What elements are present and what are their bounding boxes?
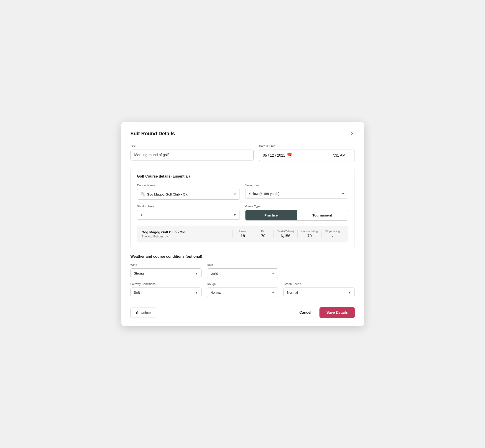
time-value: 7:31 AM [332, 153, 345, 158]
practice-button[interactable]: Practice [245, 210, 297, 220]
chevron-down-icon: ▼ [271, 272, 275, 275]
fairway-dropdown[interactable]: Soft ▼ [130, 288, 202, 297]
par-value: 70 [261, 234, 266, 238]
select-tee-dropdown[interactable]: Yellow (6,156 yards) ▼ [245, 189, 348, 199]
rain-label: Rain [207, 263, 278, 267]
game-type-label: Game Type [245, 205, 348, 208]
wind-label: Wind [130, 263, 202, 267]
course-name-group: Course Name 🔍 Gog Magog Golf Club - Old … [137, 184, 240, 200]
course-info-name-text: Gog Magog Golf Club - Old, [142, 230, 233, 234]
par-stat: Par 70 [253, 230, 274, 238]
rain-group: Rain Light ▼ [207, 263, 278, 278]
trash-icon: 🗑 [136, 311, 139, 315]
rough-label: Rough [207, 282, 278, 286]
rough-dropdown[interactable]: Normal ▼ [207, 288, 278, 297]
search-icon: 🔍 [140, 192, 145, 196]
fairway-rough-green-row: Fairway Conditions Soft ▼ Rough Normal ▼… [130, 282, 355, 297]
course-tee-row: Course Name 🔍 Gog Magog Golf Club - Old … [137, 184, 348, 200]
starting-hole-label: Starting Hole [137, 205, 240, 208]
wind-value: Strong [134, 271, 193, 275]
date-input[interactable]: 05 / 12 / 2021 📅 [259, 150, 323, 161]
top-row: Title Date & Time 05 / 12 / 2021 📅 7:31 … [130, 144, 355, 161]
holes-value: 18 [241, 234, 245, 238]
weather-section: Weather and course conditions (optional)… [130, 255, 355, 297]
chevron-down-icon: ▼ [341, 192, 345, 196]
calendar-icon: 📅 [287, 153, 292, 158]
title-label: Title [130, 144, 254, 148]
wind-rain-row: Wind Strong ▼ Rain Light ▼ [130, 263, 355, 278]
course-rating-value: 70 [307, 234, 312, 238]
datetime-field-group: Date & Time 05 / 12 / 2021 📅 7:31 AM [259, 144, 355, 161]
yards-stat: Yards(Yellow) 6,156 [274, 230, 298, 238]
datetime-row: 05 / 12 / 2021 📅 7:31 AM [259, 150, 355, 161]
chevron-down-icon: ▼ [195, 291, 198, 294]
time-input[interactable]: 7:31 AM [323, 150, 355, 161]
starting-hole-dropdown[interactable]: 1 ▼ [137, 210, 240, 220]
modal-title: Edit Round Details [130, 131, 175, 136]
hole-gametype-row: Starting Hole 1 ▼ Game Type Practice Tou… [137, 205, 348, 221]
tournament-button[interactable]: Tournament [297, 210, 348, 220]
chevron-down-icon: ▼ [195, 272, 198, 275]
golf-course-section: Golf Course details (Essential) Course N… [130, 168, 355, 248]
course-name-label: Course Name [137, 184, 240, 187]
course-info-name: Gog Magog Golf Club - Old, Shelford Bott… [142, 230, 233, 238]
chevron-down-icon: ▼ [271, 291, 275, 294]
fairway-value: Soft [134, 290, 193, 294]
chevron-down-icon: ▼ [348, 291, 351, 294]
game-type-group: Game Type Practice Tournament [245, 205, 348, 221]
slope-rating-label: Slope rating [325, 230, 340, 233]
slope-rating-value: - [332, 234, 333, 238]
course-rating-label: Course rating [301, 230, 318, 233]
course-info-location: Shelford Bottom, UK [142, 235, 233, 238]
fairway-group: Fairway Conditions Soft ▼ [130, 282, 202, 297]
wind-dropdown[interactable]: Strong ▼ [130, 268, 202, 278]
starting-hole-group: Starting Hole 1 ▼ [137, 205, 240, 221]
wind-group: Wind Strong ▼ [130, 263, 202, 278]
course-info-bar: Gog Magog Golf Club - Old, Shelford Bott… [137, 226, 348, 242]
green-speed-value: Normal [287, 290, 346, 294]
rough-value: Normal [210, 290, 270, 294]
title-field-group: Title [130, 144, 254, 161]
save-button[interactable]: Save Details [319, 307, 355, 318]
modal-header: Edit Round Details × [130, 130, 355, 137]
delete-label: Delete [141, 311, 151, 315]
delete-button[interactable]: 🗑 Delete [130, 308, 156, 318]
title-input[interactable] [130, 150, 254, 160]
footer-right: Cancel Save Details [296, 307, 355, 318]
starting-hole-value: 1 [140, 213, 232, 217]
select-tee-value: Yellow (6,156 yards) [249, 192, 340, 196]
yards-value: 6,156 [281, 234, 291, 238]
holes-stat: Holes 18 [233, 230, 253, 238]
slope-rating-stat: Slope rating - [321, 230, 343, 238]
select-tee-label: Select Tee [245, 184, 348, 187]
game-type-toggle: Practice Tournament [245, 210, 348, 221]
course-name-input[interactable]: 🔍 Gog Magog Golf Club - Old ✕ [137, 189, 240, 200]
green-speed-dropdown[interactable]: Normal ▼ [283, 288, 355, 297]
chevron-down-icon: ▼ [233, 213, 236, 217]
date-value: 05 / 12 / 2021 [263, 153, 285, 158]
datetime-label: Date & Time [259, 144, 355, 148]
course-name-value: Gog Magog Golf Club - Old [147, 192, 231, 196]
par-label: Par [261, 230, 266, 233]
fairway-label: Fairway Conditions [130, 282, 202, 286]
green-speed-label: Green Speed [283, 282, 355, 286]
holes-label: Holes [239, 230, 246, 233]
close-button[interactable]: × [350, 130, 355, 137]
golf-course-title: Golf Course details (Essential) [137, 174, 348, 178]
rain-dropdown[interactable]: Light ▼ [207, 268, 278, 278]
rough-group: Rough Normal ▼ [207, 282, 278, 297]
select-tee-group: Select Tee Yellow (6,156 yards) ▼ [245, 184, 348, 200]
course-rating-stat: Course rating 70 [297, 230, 321, 238]
modal-footer: 🗑 Delete Cancel Save Details [130, 304, 355, 318]
clear-icon[interactable]: ✕ [233, 192, 236, 197]
weather-title: Weather and course conditions (optional) [130, 255, 355, 259]
cancel-button[interactable]: Cancel [296, 308, 315, 317]
rain-value: Light [210, 271, 270, 275]
yards-label: Yards(Yellow) [277, 230, 294, 233]
edit-round-modal: Edit Round Details × Title Date & Time 0… [121, 122, 364, 326]
green-speed-group: Green Speed Normal ▼ [283, 282, 355, 297]
